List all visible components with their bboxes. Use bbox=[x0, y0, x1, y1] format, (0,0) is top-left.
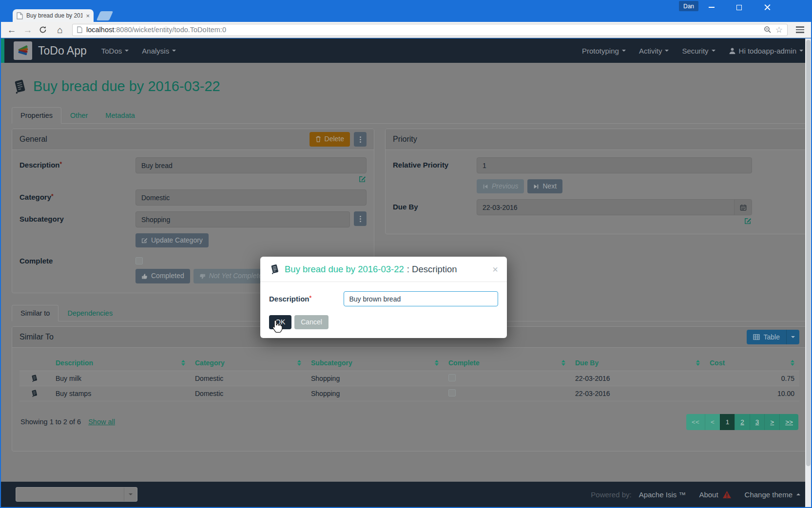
modal-description-input[interactable] bbox=[344, 291, 498, 306]
tab-properties[interactable]: Properties bbox=[12, 107, 61, 124]
show-all-link[interactable]: Show all bbox=[88, 418, 115, 426]
sort-icon[interactable] bbox=[561, 360, 565, 366]
tab-similar-to[interactable]: Similar to bbox=[12, 305, 58, 321]
change-theme-link[interactable]: Change theme bbox=[745, 490, 800, 499]
zoom-indicator-icon[interactable] bbox=[764, 26, 772, 34]
bookmark-star-icon[interactable]: ☆ bbox=[775, 26, 783, 34]
home-button[interactable]: ⌂ bbox=[55, 25, 65, 35]
description-field[interactable]: Buy bread bbox=[135, 157, 367, 173]
menu-prototyping[interactable]: Prototyping bbox=[582, 47, 626, 55]
menu-security[interactable]: Security bbox=[682, 47, 715, 55]
window-minimize-button[interactable] bbox=[702, 1, 721, 14]
warning-icon bbox=[722, 490, 732, 499]
completed-button[interactable]: Completed bbox=[135, 269, 190, 283]
tab-dependencies[interactable]: Dependencies bbox=[58, 305, 121, 321]
col-cost[interactable]: Cost bbox=[705, 355, 799, 371]
todo-item-icon[interactable] bbox=[30, 389, 39, 397]
tab-metadata[interactable]: Metadata bbox=[97, 107, 143, 124]
page-next[interactable]: > bbox=[764, 414, 779, 430]
chevron-down-icon bbox=[125, 50, 129, 52]
general-more-actions-button[interactable] bbox=[354, 132, 367, 147]
browser-tab[interactable]: Buy bread due by 2016-0 × bbox=[13, 9, 94, 22]
next-button[interactable]: Next bbox=[527, 179, 562, 193]
category-field[interactable]: Domestic bbox=[135, 189, 367, 206]
footer-select[interactable] bbox=[16, 487, 137, 502]
footer-right: Powered by: Apache Isis ™ About Change t… bbox=[591, 490, 800, 499]
tab-other[interactable]: Other bbox=[61, 107, 97, 124]
sort-icon[interactable] bbox=[696, 360, 700, 366]
page-1[interactable]: 1 bbox=[720, 414, 735, 430]
todo-item-icon bbox=[269, 263, 280, 275]
subcategory-label: Subcategory bbox=[19, 211, 135, 227]
browser-menu-icon[interactable] bbox=[795, 24, 805, 35]
due-by-field[interactable]: 22-03-2016 bbox=[477, 199, 752, 215]
row-complete-checkbox bbox=[448, 374, 456, 381]
category-label: Category* bbox=[19, 189, 135, 206]
edit-due-by-icon[interactable] bbox=[744, 217, 752, 225]
col-description[interactable]: Description bbox=[51, 355, 190, 371]
relative-priority-field[interactable]: 1 bbox=[477, 157, 752, 173]
todo-item-icon[interactable] bbox=[30, 374, 39, 382]
col-complete[interactable]: Complete bbox=[444, 355, 570, 371]
edit-description-icon[interactable] bbox=[359, 175, 366, 183]
scrollbar-thumb[interactable] bbox=[806, 40, 811, 466]
sort-icon[interactable] bbox=[435, 360, 439, 366]
browser-titlebar: Buy bread due by 2016-0 × Dan bbox=[0, 0, 812, 22]
cell-description[interactable]: Buy stamps bbox=[51, 386, 190, 401]
page-prev[interactable]: < bbox=[705, 414, 720, 430]
new-tab-button[interactable] bbox=[97, 11, 113, 20]
table-row[interactable]: Buy stamps Domestic Shopping 22-03-2016 … bbox=[19, 386, 799, 401]
tab-close-icon[interactable]: × bbox=[86, 13, 90, 19]
col-subcategory[interactable]: Subcategory bbox=[306, 355, 444, 371]
complete-checkbox[interactable] bbox=[135, 257, 143, 264]
page-3[interactable]: 3 bbox=[750, 414, 765, 430]
similar-to-table: Description Category Subcategory Complet… bbox=[19, 355, 799, 401]
app-brand[interactable]: ToDo App bbox=[38, 44, 87, 57]
back-button[interactable]: ← bbox=[7, 25, 17, 35]
app-footer: Powered by: Apache Isis ™ About Change t… bbox=[1, 482, 811, 507]
table-row[interactable]: Buy milk Domestic Shopping 22-03-2016 0.… bbox=[19, 371, 799, 386]
cancel-button[interactable]: Cancel bbox=[294, 315, 329, 329]
trash-icon bbox=[315, 136, 321, 142]
url-text[interactable]: localhost:8080/wicket/entity/todo.ToDoIt… bbox=[86, 26, 226, 34]
panel-title: Priority bbox=[393, 135, 799, 144]
sort-icon[interactable] bbox=[791, 360, 794, 366]
cell-description[interactable]: Buy milk bbox=[51, 371, 190, 386]
page-last[interactable]: >> bbox=[779, 414, 798, 430]
edit-description-modal: Buy bread due by 2016-03-22: Description… bbox=[260, 257, 507, 338]
forward-button[interactable]: → bbox=[23, 25, 33, 35]
col-due-by[interactable]: Due By bbox=[570, 355, 705, 371]
modal-close-icon[interactable]: × bbox=[492, 264, 498, 274]
vertical-scrollbar[interactable] bbox=[805, 38, 811, 507]
page-first[interactable]: << bbox=[686, 414, 705, 430]
subcategory-more-actions-button[interactable] bbox=[354, 211, 367, 226]
cell-cost: 10.00 bbox=[705, 386, 799, 401]
sort-icon[interactable] bbox=[297, 360, 301, 366]
window-close-button[interactable] bbox=[757, 1, 777, 14]
url-bar[interactable]: localhost:8080/wicket/entity/todo.ToDoIt… bbox=[72, 24, 788, 36]
row-complete-checkbox bbox=[448, 389, 456, 396]
menu-user[interactable]: Hi todoapp-admin bbox=[729, 47, 803, 55]
menu-analysis[interactable]: Analysis bbox=[142, 47, 176, 55]
previous-button[interactable]: Previous bbox=[477, 179, 524, 193]
menu-todos[interactable]: ToDos bbox=[101, 47, 129, 55]
subcategory-field[interactable]: Shopping bbox=[135, 211, 350, 227]
chrome-profile-badge[interactable]: Dan bbox=[679, 1, 698, 11]
table-view-caret-button[interactable] bbox=[786, 330, 799, 344]
skip-forward-icon bbox=[533, 184, 539, 189]
sort-icon[interactable] bbox=[181, 360, 185, 366]
priority-panel-body: Relative Priority 1 Previous bbox=[386, 150, 807, 234]
table-view-button[interactable]: Table bbox=[747, 330, 786, 344]
reload-button[interactable] bbox=[39, 26, 49, 34]
app-logo-icon[interactable] bbox=[14, 41, 32, 60]
about-link[interactable]: About bbox=[699, 490, 731, 499]
col-category[interactable]: Category bbox=[190, 355, 306, 371]
calendar-addon[interactable] bbox=[734, 200, 752, 215]
cell-cost: 0.75 bbox=[705, 371, 799, 386]
page-2[interactable]: 2 bbox=[735, 414, 750, 430]
menu-activity[interactable]: Activity bbox=[639, 47, 669, 55]
window-maximize-button[interactable] bbox=[729, 1, 749, 14]
update-category-button[interactable]: Update Category bbox=[135, 233, 209, 247]
footer-select-caret[interactable] bbox=[124, 488, 137, 501]
delete-button[interactable]: Delete bbox=[309, 132, 350, 146]
